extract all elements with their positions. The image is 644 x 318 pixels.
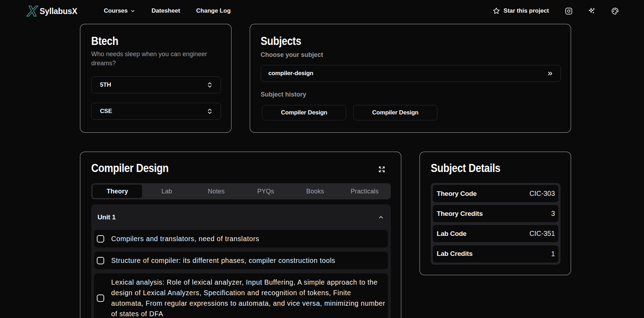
detail-label: Lab Credits (437, 250, 472, 258)
nav-item-courses[interactable]: Courses (104, 7, 135, 14)
tab[interactable]: Notes (192, 185, 241, 198)
branch-select[interactable]: CSE (91, 103, 221, 120)
sparkles-button[interactable] (585, 4, 599, 18)
topic-item[interactable]: Structure of compiler: its different pha… (94, 252, 388, 269)
detail-row: Lab Code CIC-351 (433, 225, 558, 242)
course-card: Btech Who needs sleep when you can engin… (80, 24, 232, 133)
subject-history-label: Subject history (261, 91, 560, 98)
detail-value: CIC-303 (529, 190, 555, 198)
navbar: X SyllabusX Courses Datesheet Change Log… (0, 0, 644, 22)
chevron-down-icon (130, 8, 135, 14)
unit-accordion: Unit 1 Compilers and translators, need o… (91, 204, 391, 318)
detail-value: 1 (551, 250, 555, 258)
subjects-card-title: Subjects (261, 34, 512, 47)
tab[interactable]: Books (290, 185, 340, 198)
nav-item-datesheet[interactable]: Datesheet (152, 7, 180, 14)
history-subject-button[interactable]: Compiler Design (262, 105, 346, 120)
detail-row: Lab Credits 1 (433, 245, 558, 263)
subject-card: Compiler Design Theory Lab Notes PYQs Bo… (80, 152, 401, 318)
subject-card-title: Compiler Design (91, 161, 169, 174)
nav-links: Courses Datesheet Change Log (104, 0, 231, 22)
semester-value: 5TH (100, 81, 111, 88)
nav-item-changelog[interactable]: Change Log (196, 7, 230, 14)
expand-icon (378, 166, 385, 173)
topic-item[interactable]: Compilers and translators, need of trans… (94, 230, 388, 247)
course-card-title: Btech (91, 34, 200, 47)
detail-row: Theory Code CIC-303 (433, 185, 558, 202)
topic-checkbox[interactable] (97, 235, 104, 243)
subject-details-list: Theory Code CIC-303 Theory Credits 3 Lab… (431, 183, 561, 265)
detail-value: CIC-351 (529, 230, 555, 238)
subject-card-header: Compiler Design (91, 161, 390, 174)
subject-search-input[interactable]: compiler-design (261, 65, 561, 82)
theme-palette-button[interactable] (608, 4, 622, 18)
tab[interactable]: Lab (142, 185, 192, 198)
star-project-button[interactable]: Star this project (493, 7, 549, 14)
choose-subject-label: Choose your subject (261, 51, 560, 59)
palette-icon (611, 7, 619, 15)
brand-logo[interactable]: X SyllabusX (27, 5, 77, 17)
semester-select[interactable]: 5TH (91, 77, 221, 93)
chevrons-right-icon[interactable] (547, 70, 554, 77)
subjects-card: Subjects Choose your subject compiler-de… (250, 24, 571, 133)
subject-history-list: Compiler Design Compiler Design (261, 105, 560, 120)
topic-text: Compilers and translators, need of trans… (111, 233, 259, 244)
chevron-up-icon (378, 214, 384, 220)
nav-actions: Star this project (493, 0, 622, 22)
subject-details-card: Subject Details Theory Code CIC-303 Theo… (420, 152, 571, 275)
subject-details-title: Subject Details (431, 161, 539, 174)
brand-name: SyllabusX (40, 7, 77, 16)
detail-value: 3 (551, 210, 555, 218)
chevrons-up-down-icon (207, 108, 213, 114)
history-subject-button[interactable]: Compiler Design (353, 105, 437, 120)
chevrons-up-down-icon (207, 82, 213, 88)
unit-title: Unit 1 (98, 213, 116, 221)
branch-value: CSE (100, 108, 112, 115)
topic-checkbox[interactable] (97, 257, 104, 264)
instagram-icon (565, 7, 572, 15)
topic-item[interactable]: Lexical analysis: Role of lexical analyz… (94, 273, 388, 318)
tab[interactable]: Practicals (340, 185, 389, 198)
unit-accordion-header[interactable]: Unit 1 (94, 204, 388, 230)
subject-tabs: Theory Lab Notes PYQs Books Practicals (91, 183, 391, 199)
instagram-button[interactable] (562, 4, 576, 18)
detail-row: Theory Credits 3 (433, 205, 558, 222)
tab[interactable]: Theory (93, 185, 142, 198)
syllabusx-logo-icon: X (27, 5, 37, 17)
topic-checkbox[interactable] (97, 294, 104, 302)
detail-label: Lab Code (437, 230, 467, 238)
topic-text: Structure of compiler: its different pha… (111, 255, 335, 266)
star-icon (493, 7, 500, 14)
sparkles-icon (588, 7, 595, 14)
topic-text: Lexical analysis: Role of lexical analyz… (111, 277, 385, 318)
course-card-subtitle: Who needs sleep when you can engineer dr… (91, 49, 214, 68)
detail-label: Theory Code (437, 190, 477, 198)
detail-label: Theory Credits (437, 210, 483, 218)
tab[interactable]: PYQs (241, 185, 290, 198)
subject-search-value: compiler-design (268, 70, 313, 77)
expand-button[interactable] (378, 166, 385, 173)
topic-list: Compilers and translators, need of trans… (94, 230, 388, 318)
